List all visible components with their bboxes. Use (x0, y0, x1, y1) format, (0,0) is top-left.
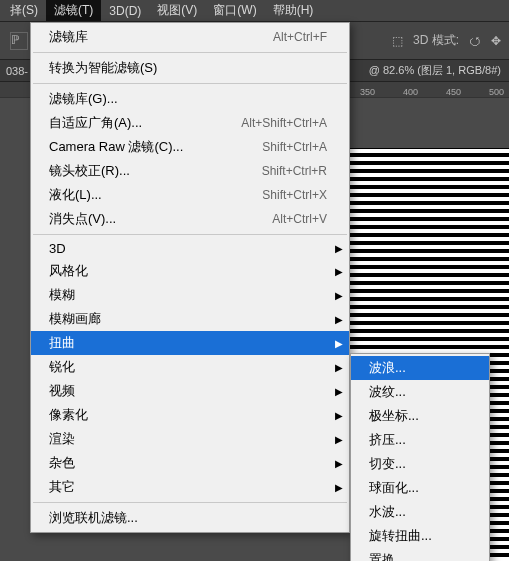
menu-item-3D[interactable]: 3D▶ (31, 238, 349, 259)
submenu-item[interactable]: 极坐标... (351, 404, 489, 428)
menu-item-其它[interactable]: 其它▶ (31, 475, 349, 499)
submenu-item[interactable]: 球面化... (351, 476, 489, 500)
menubar: 择(S) 滤镜(T) 3D(D) 视图(V) 窗口(W) 帮助(H) (0, 0, 509, 22)
menu-separator (33, 502, 347, 503)
distort-submenu: 波浪...波纹...极坐标...挤压...切变...球面化...水波...旋转扭… (350, 353, 490, 561)
menu-item[interactable]: 自适应广角(A)...Alt+Shift+Ctrl+A (31, 111, 349, 135)
submenu-item[interactable]: 切变... (351, 452, 489, 476)
filter-menu: 滤镜库 Alt+Ctrl+F 转换为智能滤镜(S) 滤镜库(G)...自适应广角… (30, 22, 350, 533)
menu-separator (33, 234, 347, 235)
ruler-tick: 400 (403, 87, 418, 97)
submenu-item[interactable]: 波纹... (351, 380, 489, 404)
3d-mode-label: 3D 模式: (413, 32, 459, 49)
menu-item-杂色[interactable]: 杂色▶ (31, 451, 349, 475)
menu-help[interactable]: 帮助(H) (265, 0, 322, 21)
menu-item[interactable]: 消失点(V)...Alt+Ctrl+V (31, 207, 349, 231)
menu-item-模糊画廊[interactable]: 模糊画廊▶ (31, 307, 349, 331)
ruler-tick: 350 (360, 87, 375, 97)
submenu-arrow-icon: ▶ (335, 243, 343, 254)
ruler-tick: 500 (489, 87, 504, 97)
document-tab-left[interactable]: 038- (6, 65, 28, 77)
menu-item-风格化[interactable]: 风格化▶ (31, 259, 349, 283)
menu-item-视频[interactable]: 视频▶ (31, 379, 349, 403)
submenu-item[interactable]: 波浪... (351, 356, 489, 380)
menu-3d[interactable]: 3D(D) (101, 2, 149, 20)
menu-view[interactable]: 视图(V) (149, 0, 205, 21)
menu-item[interactable]: 液化(L)...Shift+Ctrl+X (31, 183, 349, 207)
submenu-arrow-icon: ▶ (335, 314, 343, 325)
menu-item-模糊[interactable]: 模糊▶ (31, 283, 349, 307)
menu-item-渲染[interactable]: 渲染▶ (31, 427, 349, 451)
submenu-arrow-icon: ▶ (335, 290, 343, 301)
menu-item-扭曲[interactable]: 扭曲▶ (31, 331, 349, 355)
submenu-arrow-icon: ▶ (335, 410, 343, 421)
submenu-arrow-icon: ▶ (335, 458, 343, 469)
menu-filter[interactable]: 滤镜(T) (46, 0, 101, 21)
submenu-arrow-icon: ▶ (335, 362, 343, 373)
menu-separator (33, 83, 347, 84)
submenu-arrow-icon: ▶ (335, 266, 343, 277)
menu-window[interactable]: 窗口(W) (205, 0, 264, 21)
submenu-item[interactable]: 水波... (351, 500, 489, 524)
submenu-item[interactable]: 旋转扭曲... (351, 524, 489, 548)
submenu-item[interactable]: 挤压... (351, 428, 489, 452)
menu-item[interactable]: Camera Raw 滤镜(C)...Shift+Ctrl+A (31, 135, 349, 159)
menu-item-锐化[interactable]: 锐化▶ (31, 355, 349, 379)
pan-icon[interactable]: ✥ (491, 34, 501, 48)
menu-item-像素化[interactable]: 像素化▶ (31, 403, 349, 427)
orbit-icon[interactable]: ⭯ (469, 34, 481, 48)
document-tab-right[interactable]: @ 82.6% (图层 1, RGB/8#) (369, 63, 509, 78)
submenu-item[interactable]: 置换... (351, 548, 489, 561)
submenu-arrow-icon: ▶ (335, 386, 343, 397)
submenu-arrow-icon: ▶ (335, 482, 343, 493)
ruler-tick: 450 (446, 87, 461, 97)
menu-item[interactable]: 镜头校正(R)...Shift+Ctrl+R (31, 159, 349, 183)
menu-item-browse-online[interactable]: 浏览联机滤镜... (31, 506, 349, 530)
tool-icon[interactable]: ℙ (10, 32, 28, 50)
menu-item-last-filter[interactable]: 滤镜库 Alt+Ctrl+F (31, 25, 349, 49)
menu-item[interactable]: 滤镜库(G)... (31, 87, 349, 111)
submenu-arrow-icon: ▶ (335, 434, 343, 445)
menu-select[interactable]: 择(S) (2, 0, 46, 21)
submenu-arrow-icon: ▶ (335, 338, 343, 349)
menu-item-smart-filter[interactable]: 转换为智能滤镜(S) (31, 56, 349, 80)
menu-separator (33, 52, 347, 53)
mode-icon[interactable]: ⬚ (392, 34, 403, 48)
